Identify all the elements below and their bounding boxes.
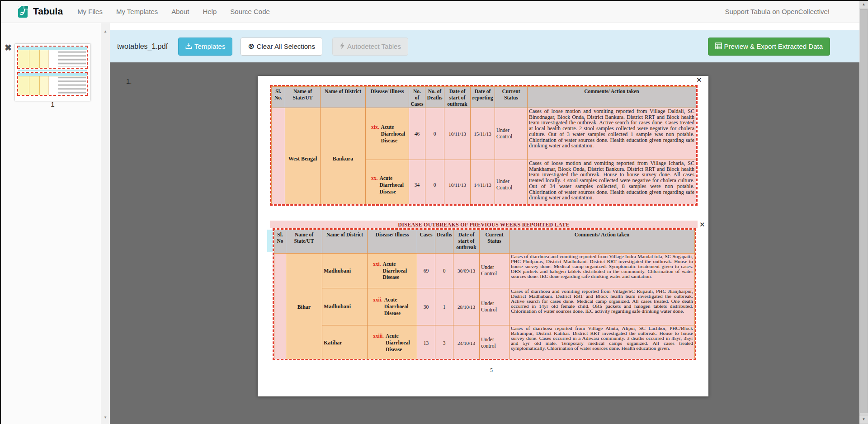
table-row: West Bengal Bankura xix. Acute Diarrhoea… [272, 108, 696, 160]
report-date-cell: 14/11/13 [471, 160, 495, 206]
nav-item-about[interactable]: About [170, 6, 190, 17]
page-thumbnail[interactable] [15, 44, 90, 101]
table-row: Katihar xxiii. Acute Diarrhoeal Disease … [274, 325, 695, 361]
deaths-cell: 1 [435, 288, 453, 325]
comments-cell: Cases of diarrhoea and vomiting reported… [509, 254, 695, 288]
preview-export-button[interactable]: Preview & Export Extracted Data [708, 38, 830, 56]
nav-item-source-code[interactable]: Source Code [229, 6, 271, 17]
pdf-filename: twotables_1.pdf [117, 42, 168, 51]
start-date-cell: 10/11/13 [444, 160, 471, 206]
window-left-edge [0, 0, 1, 424]
deaths-cell: 0 [425, 108, 444, 160]
thumbnail-selection-2 [17, 72, 88, 96]
comments-cell: Cases of loose motion and vomiting repor… [528, 160, 696, 206]
disease-cell: xxiii. Acute Diarrhoeal Disease [369, 333, 415, 353]
disease-cell: xix. Acute Diarrhoeal Disease [367, 124, 407, 144]
cases-cell: 13 [417, 325, 435, 361]
window-scrollbar[interactable]: ▲ ▼ [859, 0, 868, 424]
thumbnail-table2-title [18, 70, 87, 71]
nav-item-my-templates[interactable]: My Templates [115, 6, 159, 17]
deaths-cell: 0 [435, 254, 453, 288]
export-button-label: Preview & Export Extracted Data [724, 42, 823, 50]
cases-cell: 46 [409, 108, 425, 160]
status-cell: Under Control [495, 160, 528, 206]
state-cell: Bihar [286, 254, 322, 361]
scroll-down-arrow-icon[interactable]: ▼ [101, 414, 110, 421]
start-date-cell: 28/10/13 [453, 288, 480, 325]
support-link[interactable]: Support Tabula on OpenCollective! [725, 8, 830, 15]
scroll-up-arrow-icon[interactable]: ▲ [101, 28, 110, 35]
outbreak-table-2: Sl. No Name of State/UT Name of District… [274, 230, 695, 360]
start-date-cell: 24/10/13 [453, 325, 480, 361]
table-row: Bihar Madhubani xxi. Acute Diarrhoeal Di… [274, 254, 695, 288]
thumbnail-table-header [18, 73, 87, 76]
navbar: Tabula My Files My Templates About Help … [0, 0, 859, 23]
status-cell: Under Control [480, 254, 509, 288]
disease-cell: xxi. Acute Diarrhoeal Disease [369, 261, 415, 281]
table-row: Madhubani xxii. Acute Diarrhoeal Disease… [274, 288, 695, 325]
outbreak-table-1: Sl. No. Name of State/UT Name of Distric… [271, 86, 696, 206]
comments-cell: Cases of diarrhoea and vomiting reported… [509, 288, 695, 325]
status-cell: Under Control [480, 288, 509, 325]
thumbnail-selection-1 [17, 46, 88, 69]
table2-title: DISEASE OUTBREAKS OF PREVIOUS WEEKS REPO… [270, 221, 698, 228]
templates-button[interactable]: Templates [178, 38, 232, 56]
clear-all-selections-button[interactable]: ⊗ Clear All Selections [241, 38, 322, 56]
page-list-number: 1. [126, 77, 132, 85]
templates-button-label: Templates [194, 42, 225, 50]
templates-icon [185, 42, 192, 51]
toolbar: twotables_1.pdf Templates ⊗ Clear All Se… [110, 30, 859, 62]
sidebar-scrollbar[interactable]: ▲ ▼ [101, 23, 110, 424]
autodetect-tables-button[interactable]: Autodetect Tables [332, 38, 408, 56]
table1-header-row: Sl. No. Name of State/UT Name of Distric… [272, 87, 696, 108]
thumbnail-page-number: 1 [15, 100, 90, 108]
window-scrollbar-thumb[interactable] [860, 9, 868, 413]
start-date-cell: 10/11/13 [444, 108, 471, 160]
thumbnail-table-header [18, 47, 87, 50]
nav-item-my-files[interactable]: My Files [76, 6, 104, 17]
state-cell: West Bengal [285, 108, 321, 206]
remove-selection-1-icon[interactable]: ✕ [696, 77, 702, 84]
cases-cell: 69 [417, 254, 435, 288]
cases-cell: 34 [409, 160, 425, 206]
brand-title: Tabula [33, 6, 63, 17]
scroll-up-arrow-icon[interactable]: ▲ [859, 1, 868, 8]
start-date-cell: 30/09/13 [453, 254, 480, 288]
district-cell: Madhubani [322, 288, 368, 325]
district-cell: Madhubani [322, 254, 368, 288]
table-grid-icon [715, 42, 722, 51]
autodetect-button-label: Autodetect Tables [347, 42, 401, 50]
table-selection-1[interactable]: Sl. No. Name of State/UT Name of Distric… [270, 85, 698, 206]
comments-cell: Cases of diarrhoea reported from Village… [509, 325, 695, 361]
clear-button-label: Clear All Selections [257, 42, 315, 50]
tabula-logo-icon [17, 4, 29, 19]
tabula-app: Tabula My Files My Templates About Help … [0, 0, 868, 424]
report-date-cell: 15/11/13 [471, 108, 495, 160]
nav-item-help[interactable]: Help [202, 6, 217, 17]
selection-handle-highlight [267, 230, 273, 252]
comments-cell: Cases of loose motion and vomiting repor… [528, 108, 696, 160]
page-thumbnail-sidebar: ✖ [0, 23, 101, 424]
pdf-page[interactable]: Sl. No. Name of State/UT Name of Distric… [258, 76, 708, 396]
window-top-edge [0, 0, 868, 1]
status-cell: Under control [480, 325, 509, 361]
disease-cell: xx. Acute Diarrhoeal Disease [367, 175, 407, 195]
document-canvas: 1. Sl. No. Name of State/UT Name of Dist… [110, 62, 859, 424]
deaths-cell: 3 [435, 325, 453, 361]
nav-links: My Files My Templates About Help Source … [76, 6, 271, 17]
scroll-down-arrow-icon[interactable]: ▼ [859, 416, 868, 423]
remove-selection-2-icon[interactable]: ✕ [699, 221, 705, 228]
table2-header-row: Sl. No Name of State/UT Name of District… [274, 230, 695, 254]
lightning-bolt-icon [340, 42, 345, 51]
district-cell: Bankura [321, 108, 366, 206]
district-cell: Katihar [322, 325, 368, 361]
pdf-page-footer-number: 5 [486, 367, 497, 373]
deaths-cell: 0 [425, 160, 444, 206]
status-cell: Under Control [495, 108, 528, 160]
circled-x-icon: ⊗ [248, 42, 254, 50]
disease-cell: xxii. Acute Diarrhoeal Disease [369, 297, 415, 317]
cases-cell: 30 [417, 288, 435, 325]
delete-page-icon[interactable]: ✖ [5, 43, 12, 52]
table-selection-2[interactable]: Sl. No Name of State/UT Name of District… [273, 228, 696, 360]
